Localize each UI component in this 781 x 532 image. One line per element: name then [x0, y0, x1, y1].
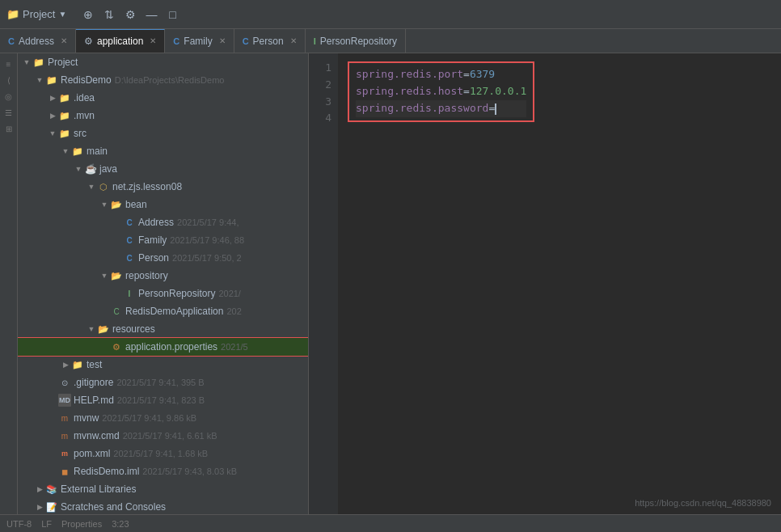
tab-address[interactable]: C Address ✕ [0, 29, 76, 53]
java-icon: ☕ [84, 163, 97, 175]
meta-person-class: 2021/5/17 9:50, 2 [172, 253, 242, 263]
tab-label-address: Address [19, 36, 54, 47]
label-application-props: application.properties [125, 341, 217, 353]
gutter-icon-4[interactable]: ☰ [2, 105, 16, 120]
sidebar-item-external-libs[interactable]: ▶ 📚 External Libraries [18, 480, 308, 498]
arrow-src: ▼ [47, 128, 58, 139]
sidebar-item-redisdemoapp[interactable]: ▶ C RedisDemoApplication 202 [18, 302, 308, 320]
project-title: 📁 Project ▼ [6, 8, 66, 20]
sidebar-item-package[interactable]: ▼ ⬡ net.zjs.lesson08 [18, 178, 308, 196]
folder-icon-idea: 📁 [58, 91, 71, 104]
folder-icon-src: 📁 [58, 127, 71, 140]
sidebar-item-mvnw[interactable]: ▶ m mvnw 2021/5/17 9:41, 9.86 kB [18, 409, 308, 427]
folder-icon-mvn: 📁 [58, 109, 71, 122]
sidebar-item-idea[interactable]: ▶ 📁 .idea [18, 89, 308, 107]
tab-close-address[interactable]: ✕ [61, 37, 67, 45]
tab-close-application[interactable]: ✕ [150, 37, 156, 45]
gutter-icon-3[interactable]: ◎ [2, 89, 16, 103]
sidebar-item-help-md[interactable]: ▶ MD HELP.md 2021/5/17 9:41, 823 B [18, 391, 308, 409]
class-icon-redisdemoapp: C [110, 305, 123, 318]
minimize-icon[interactable]: — [142, 6, 160, 23]
package-icon: ⬡ [97, 180, 110, 193]
sync-icon[interactable]: ⊕ [79, 6, 97, 23]
folder-icon-redisdemo: 📁 [45, 74, 58, 87]
code-line-1: spring.redis.port=6379 [356, 66, 526, 83]
sidebar-item-mvn[interactable]: ▶ 📁 .mvn [18, 107, 308, 125]
arrow-package: ▼ [86, 181, 97, 192]
editor-content[interactable]: spring.redis.port=6379 spring.redis.host… [338, 53, 781, 514]
label-repository: repository [125, 270, 168, 281]
tab-application[interactable]: ⚙ application ✕ [76, 29, 165, 53]
collapse-icon[interactable]: ⇅ [100, 6, 118, 23]
sidebar-item-main[interactable]: ▼ 📁 main [18, 142, 308, 160]
label-src: src [74, 128, 87, 139]
status-bar: UTF-8 LF Properties 3:23 [0, 514, 781, 532]
code-line-2: spring.redis.host=127.0.0.1 [356, 83, 526, 100]
gutter-icon-5[interactable]: ⊞ [2, 121, 16, 136]
sidebar-item-redisdemo-iml[interactable]: ▶ ◼ RedisDemo.iml 2021/5/17 9:43, 8.03 k… [18, 462, 308, 480]
prop-key-2: spring.redis.host [356, 85, 463, 97]
sidebar-item-address-class[interactable]: ▶ C Address 2021/5/17 9:44, [18, 213, 308, 231]
sidebar-item-family-class[interactable]: ▶ C Family 2021/5/17 9:46, 88 [18, 231, 308, 249]
line-numbers: 1 2 3 4 [309, 53, 338, 514]
iml-icon: ◼ [58, 465, 71, 478]
prop-val-2: 127.0.0.1 [470, 85, 526, 97]
tab-person[interactable]: C Person ✕ [234, 29, 306, 53]
sidebar-item-application-props[interactable]: ▶ ⚙ application.properties 2021/5 [18, 338, 308, 356]
sidebar-item-mvnw-cmd[interactable]: ▶ m mvnw.cmd 2021/5/17 9:41, 6.61 kB [18, 427, 308, 445]
sidebar-item-project[interactable]: ▼ 📁 Project [18, 53, 308, 71]
tab-close-person[interactable]: ✕ [290, 37, 297, 45]
main-area: ≡ ⟨ ◎ ☰ ⊞ ▼ 📁 Project ▼ 📁 RedisDemo D:\I… [0, 53, 781, 514]
arrow-mvn: ▶ [47, 110, 58, 121]
label-personrepository-class: PersonRepository [138, 288, 215, 299]
left-gutter: ≡ ⟨ ◎ ☰ ⊞ [0, 53, 18, 514]
label-address-class: Address [138, 217, 174, 228]
sidebar-item-java[interactable]: ▼ ☕ java [18, 160, 308, 178]
folder-icon-resources: 📂 [97, 323, 110, 336]
status-cursor-pos: 3:23 [112, 519, 129, 529]
label-family-class: Family [138, 234, 167, 246]
folder-icon-main: 📁 [71, 145, 84, 158]
mvn-icon: m [58, 412, 71, 424]
ext-libs-icon: 📚 [45, 483, 58, 496]
gutter-icon-1[interactable]: ≡ [2, 57, 16, 71]
gutter-icon-2[interactable]: ⟨ [2, 73, 16, 87]
sidebar-item-pom-xml[interactable]: ▶ m pom.xml 2021/5/17 9:41, 1.68 kB [18, 445, 308, 462]
meta-gitignore: 2021/5/17 9:41, 395 B [116, 378, 204, 387]
sidebar-item-redisdemo[interactable]: ▼ 📁 RedisDemo D:\IdeaProjects\RedisDemo [18, 71, 308, 89]
sidebar-item-src[interactable]: ▼ 📁 src [18, 125, 308, 142]
sidebar-item-gitignore[interactable]: ▶ ⊙ .gitignore 2021/5/17 9:41, 395 B [18, 374, 308, 391]
code-line-4 [348, 122, 771, 139]
prop-eq-2: = [463, 85, 470, 97]
tab-icon-personrepository: I [314, 36, 316, 46]
scratches-icon: 📝 [45, 500, 58, 513]
project-folder-icon: 📁 [6, 8, 19, 20]
settings-icon[interactable]: ⚙ [121, 6, 139, 23]
meta-personrepository: 2021/ [218, 289, 241, 298]
sidebar-item-personrepository-class[interactable]: ▶ I PersonRepository 2021/ [18, 285, 308, 302]
prop-eq-1: = [463, 68, 470, 80]
tab-label-family: Family [184, 36, 212, 47]
tab-close-family[interactable]: ✕ [219, 37, 226, 45]
arrow-bean: ▼ [99, 199, 110, 210]
label-test: test [87, 359, 102, 370]
label-mvn: .mvn [74, 110, 95, 121]
sidebar-item-person-class[interactable]: ▶ C Person 2021/5/17 9:50, 2 [18, 249, 308, 267]
restore-icon[interactable]: □ [163, 6, 181, 23]
line-num-4: 4 [309, 110, 331, 127]
arrow-resources: ▼ [86, 323, 97, 335]
label-package: net.zjs.lesson08 [112, 181, 182, 192]
folder-icon-test: 📁 [71, 358, 84, 371]
sidebar-item-scratches[interactable]: ▶ 📝 Scratches and Consoles [18, 498, 308, 514]
sidebar-item-bean[interactable]: ▼ 📂 bean [18, 196, 308, 213]
sidebar-item-repository[interactable]: ▼ 📂 repository [18, 267, 308, 285]
tab-icon-person: C [243, 36, 249, 46]
label-person-class: Person [138, 252, 169, 264]
tab-personrepository[interactable]: I PersonRepository [306, 29, 406, 53]
tab-family[interactable]: C Family ✕ [165, 29, 234, 53]
line-num-1: 1 [309, 60, 331, 77]
status-file-type: Properties [61, 519, 102, 529]
sidebar-item-resources[interactable]: ▼ 📂 resources [18, 320, 308, 338]
label-bean: bean [125, 199, 147, 210]
sidebar-item-test[interactable]: ▶ 📁 test [18, 356, 308, 374]
